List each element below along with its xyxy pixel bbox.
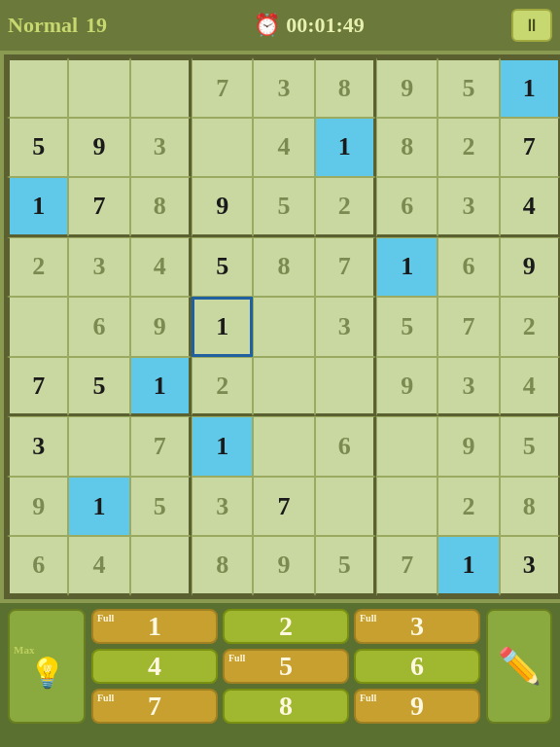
sudoku-cell[interactable]: 3 xyxy=(438,177,499,237)
sudoku-cell[interactable] xyxy=(192,118,253,178)
sudoku-cell[interactable]: 2 xyxy=(438,118,499,178)
number-button-1[interactable]: Full1 xyxy=(91,609,218,644)
sudoku-cell[interactable]: 1 xyxy=(500,57,560,118)
sudoku-cell[interactable] xyxy=(315,357,376,417)
sudoku-cell[interactable]: 1 xyxy=(130,357,192,417)
sudoku-cell[interactable]: 3 xyxy=(130,118,192,178)
sudoku-cell[interactable]: 8 xyxy=(376,118,438,178)
sudoku-cell[interactable] xyxy=(7,297,68,357)
pause-button[interactable]: ⏸ xyxy=(511,9,552,42)
header: Normal 19 ⏰ 00:01:49 ⏸ xyxy=(0,0,560,51)
sudoku-cell[interactable]: 1 xyxy=(376,237,438,298)
sudoku-cell[interactable]: 7 xyxy=(500,118,560,178)
sudoku-cell[interactable]: 5 xyxy=(315,536,376,596)
sudoku-cell[interactable]: 7 xyxy=(253,477,314,537)
sudoku-cell[interactable]: 5 xyxy=(7,118,68,178)
sudoku-cell[interactable]: 9 xyxy=(376,357,438,417)
sudoku-cell[interactable] xyxy=(68,57,129,118)
sudoku-cell[interactable]: 6 xyxy=(7,536,68,596)
sudoku-cell[interactable]: 7 xyxy=(192,57,253,118)
sudoku-cell[interactable]: 1 xyxy=(192,297,253,357)
sudoku-cell[interactable]: 4 xyxy=(68,536,129,596)
sudoku-cell[interactable]: 2 xyxy=(438,477,499,537)
sudoku-cell[interactable] xyxy=(130,536,192,596)
number-button-3[interactable]: Full3 xyxy=(354,609,480,644)
number-button-9[interactable]: Full9 xyxy=(354,689,480,724)
puzzle-number: 19 xyxy=(86,13,107,38)
sudoku-cell[interactable]: 3 xyxy=(7,416,68,477)
sudoku-cell[interactable] xyxy=(376,416,438,477)
number-button-7[interactable]: Full7 xyxy=(91,689,218,724)
number-button-6[interactable]: 6 xyxy=(354,649,480,684)
sudoku-cell[interactable] xyxy=(130,57,192,118)
sudoku-cell[interactable]: 3 xyxy=(438,357,499,417)
sudoku-cell[interactable]: 9 xyxy=(192,177,253,237)
sudoku-cell[interactable]: 6 xyxy=(315,416,376,477)
sudoku-cell[interactable]: 4 xyxy=(500,357,560,417)
clock-icon: ⏰ xyxy=(254,13,280,38)
sudoku-cell[interactable] xyxy=(376,477,438,537)
sudoku-cell[interactable]: 4 xyxy=(500,177,560,237)
sudoku-cell[interactable]: 5 xyxy=(68,357,129,417)
sudoku-cell[interactable]: 3 xyxy=(315,297,376,357)
sudoku-cell[interactable]: 7 xyxy=(68,177,129,237)
sudoku-cell[interactable]: 8 xyxy=(500,477,560,537)
erase-icon: ✏️ xyxy=(498,646,542,687)
sudoku-cell[interactable]: 8 xyxy=(192,536,253,596)
sudoku-grid: 7389515934182717895263423458716969135727… xyxy=(4,54,560,599)
sudoku-cell[interactable] xyxy=(315,477,376,537)
sudoku-cell[interactable] xyxy=(68,416,129,477)
sudoku-cell[interactable]: 9 xyxy=(68,118,129,178)
sudoku-cell[interactable]: 7 xyxy=(438,297,499,357)
sudoku-cell[interactable]: 1 xyxy=(315,118,376,178)
sudoku-cell[interactable]: 9 xyxy=(376,57,438,118)
sudoku-cell[interactable]: 5 xyxy=(130,477,192,537)
sudoku-cell[interactable]: 7 xyxy=(7,357,68,417)
sudoku-cell[interactable]: 8 xyxy=(130,177,192,237)
sudoku-cell[interactable]: 3 xyxy=(253,57,314,118)
sudoku-cell[interactable]: 5 xyxy=(438,57,499,118)
erase-button[interactable]: ✏️ xyxy=(486,609,552,724)
sudoku-cell[interactable]: 8 xyxy=(253,237,314,298)
sudoku-cell[interactable]: 3 xyxy=(68,237,129,298)
sudoku-cell[interactable]: 6 xyxy=(376,177,438,237)
number-button-5[interactable]: Full5 xyxy=(223,649,349,684)
number-button-2[interactable]: 2 xyxy=(223,609,349,644)
number-button-4[interactable]: 4 xyxy=(91,649,218,684)
sudoku-cell[interactable]: 1 xyxy=(7,177,68,237)
sudoku-cell[interactable]: 6 xyxy=(68,297,129,357)
sudoku-cell[interactable]: 4 xyxy=(130,237,192,298)
sudoku-cell[interactable]: 9 xyxy=(130,297,192,357)
number-grid: Full12Full34Full56Full78Full9 xyxy=(91,609,480,724)
sudoku-cell[interactable]: 5 xyxy=(253,177,314,237)
sudoku-cell[interactable]: 9 xyxy=(7,477,68,537)
sudoku-cell[interactable]: 3 xyxy=(500,536,560,596)
sudoku-cell[interactable] xyxy=(253,297,314,357)
sudoku-cell[interactable]: 5 xyxy=(500,416,560,477)
sudoku-cell[interactable]: 1 xyxy=(438,536,499,596)
sudoku-cell[interactable] xyxy=(253,416,314,477)
sudoku-cell[interactable]: 9 xyxy=(253,536,314,596)
sudoku-cell[interactable]: 3 xyxy=(192,477,253,537)
sudoku-cell[interactable]: 1 xyxy=(68,477,129,537)
sudoku-cell[interactable]: 8 xyxy=(315,57,376,118)
sudoku-cell[interactable]: 7 xyxy=(376,536,438,596)
grid-container: 7389515934182717895263423458716969135727… xyxy=(0,51,560,603)
sudoku-cell[interactable]: 5 xyxy=(192,237,253,298)
sudoku-cell[interactable] xyxy=(253,357,314,417)
sudoku-cell[interactable]: 2 xyxy=(500,297,560,357)
sudoku-cell[interactable]: 5 xyxy=(376,297,438,357)
sudoku-cell[interactable]: 6 xyxy=(438,237,499,298)
sudoku-cell[interactable]: 9 xyxy=(500,237,560,298)
sudoku-cell[interactable]: 7 xyxy=(315,237,376,298)
sudoku-cell[interactable]: 2 xyxy=(315,177,376,237)
sudoku-cell[interactable] xyxy=(7,57,68,118)
number-button-8[interactable]: 8 xyxy=(223,689,349,724)
sudoku-cell[interactable]: 9 xyxy=(438,416,499,477)
sudoku-cell[interactable]: 2 xyxy=(192,357,253,417)
sudoku-cell[interactable]: 2 xyxy=(7,237,68,298)
sudoku-cell[interactable]: 4 xyxy=(253,118,314,178)
hint-button[interactable]: Max 💡 xyxy=(8,609,86,724)
sudoku-cell[interactable]: 7 xyxy=(130,416,192,477)
sudoku-cell[interactable]: 1 xyxy=(192,416,253,477)
